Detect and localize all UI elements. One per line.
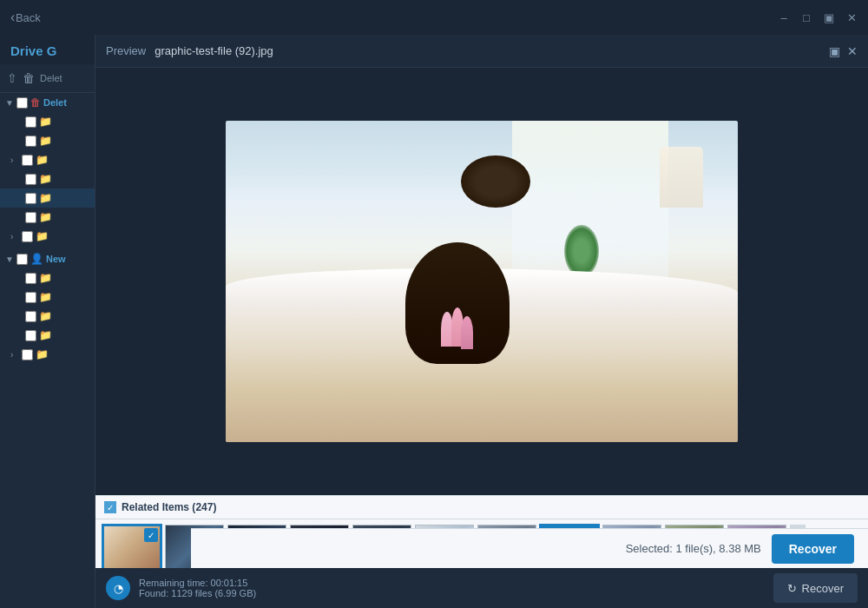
main-layout: Drive G ⇧ 🗑 Delet ▼ 🗑 Delet 📁 📁 › — [0, 35, 868, 608]
preview-modal: Preview graphic-test-file (92).jpg ▣ ✕ — [95, 35, 868, 495]
tree-item-folder9[interactable]: 📁 — [0, 287, 95, 307]
drive-label: Drive G — [10, 43, 56, 58]
preview-image — [226, 121, 738, 442]
breadcrumb: Delet — [40, 73, 62, 83]
folder-icon: 📁 — [36, 230, 49, 242]
tree-item-folder3[interactable]: › 📁 — [0, 150, 95, 169]
sidebar-toolbar: ⇧ 🗑 Delet — [0, 64, 95, 93]
tree-checkbox-4[interactable] — [25, 174, 36, 185]
tree-item-folder1[interactable]: 📁 — [0, 112, 95, 131]
tree-checkbox-3[interactable] — [22, 155, 33, 166]
selection-bar: Selected: 1 file(s), 8.38 MB Recover — [191, 528, 868, 568]
tree-checkbox-7[interactable] — [22, 231, 33, 242]
preview-header-buttons: ▣ ✕ — [829, 44, 858, 58]
tree-checkbox-9[interactable] — [25, 292, 36, 303]
found-files: Found: 1129 files (6.99 GB) — [139, 588, 256, 598]
tree-checkbox-10[interactable] — [25, 311, 36, 322]
preview-image-area — [95, 68, 868, 495]
tree-checkbox-5[interactable] — [25, 193, 36, 204]
tree-checkbox-8[interactable] — [25, 273, 36, 284]
tree-item-folder7[interactable]: › 📁 — [0, 227, 95, 246]
content-area: ☰ ■ 🔍 Preview graphic-test-file (92).jpg… — [95, 35, 868, 608]
remaining-time: Remaining time: 00:01:15 — [139, 578, 256, 588]
title-bar-left: ‹ Back — [10, 10, 34, 25]
tree-item-folder12[interactable]: › 📁 — [0, 345, 95, 364]
back-arrow-icon: ‹ — [10, 10, 15, 25]
folder-icon: 📁 — [39, 173, 52, 185]
tree-checkbox-1[interactable] — [25, 116, 36, 128]
tree-checkbox-6[interactable] — [25, 212, 36, 223]
thumb-check-icon: ✓ — [144, 528, 158, 542]
folder-icon: 📁 — [39, 272, 52, 284]
back-button[interactable]: Back — [22, 11, 34, 23]
folder-icon: 📁 — [39, 291, 52, 303]
selection-text: Selected: 1 file(s), 8.38 MB — [626, 542, 761, 555]
folder-icon: 📁 — [39, 116, 52, 128]
close-button[interactable]: ✕ — [845, 11, 858, 23]
tree-item-folder4[interactable]: 📁 — [0, 169, 95, 188]
tree-item-deleted[interactable]: ▼ 🗑 Delet — [0, 93, 95, 112]
restore-button[interactable]: ▣ — [823, 11, 835, 23]
expand-arrow-icon: ▼ — [5, 98, 14, 108]
expand-arrow-icon: › — [10, 350, 19, 360]
bottom-bar-left: ◔ Remaining time: 00:01:15 Found: 1129 f… — [106, 576, 256, 600]
recover-main-button[interactable]: Recover — [772, 534, 854, 564]
preview-label: Preview — [106, 44, 146, 57]
thumbnail-1[interactable]: ✓ — [102, 525, 161, 570]
sidebar: Drive G ⇧ 🗑 Delet ▼ 🗑 Delet 📁 📁 › — [0, 35, 95, 608]
expand-arrow-icon: › — [10, 155, 19, 165]
tree-label-new: New — [46, 254, 66, 264]
tree-item-folder2[interactable]: 📁 — [0, 131, 95, 150]
checkbox-check-icon: ✓ — [107, 503, 114, 512]
folder-icon: 📁 — [39, 135, 52, 147]
preview-header: Preview graphic-test-file (92).jpg ▣ ✕ — [95, 35, 868, 68]
folder-icon: 📁 — [39, 329, 52, 341]
recover-bottom-label: Recover — [802, 582, 844, 595]
title-bar-controls: – □ ▣ ✕ — [778, 11, 858, 23]
tree-item-folder11[interactable]: 📁 — [0, 326, 95, 345]
tree-checkbox-new[interactable] — [16, 254, 28, 265]
maximize-button[interactable]: □ — [800, 11, 812, 23]
delete-button[interactable]: 🗑 — [23, 71, 35, 85]
tree-checkbox-12[interactable] — [22, 349, 33, 360]
radar-icon: ◔ — [114, 582, 123, 595]
status-texts: Remaining time: 00:01:15 Found: 1129 fil… — [139, 578, 256, 598]
preview-resize-button[interactable]: ▣ — [829, 44, 840, 58]
recover-icon: ↻ — [787, 582, 797, 595]
preview-filename: graphic-test-file (92).jpg — [155, 44, 273, 57]
tree-label-deleted: Delet — [43, 97, 67, 108]
recover-bottom-button[interactable]: ↻ Recover — [773, 573, 858, 603]
upload-button[interactable]: ⇧ — [7, 71, 17, 85]
expand-arrow-icon: ▼ — [5, 254, 14, 264]
tree-checkbox-deleted[interactable] — [16, 97, 28, 109]
preview-close-button[interactable]: ✕ — [847, 44, 858, 58]
related-items-checkbox[interactable]: ✓ — [104, 501, 116, 513]
related-bar-header: ✓ Related Items (247) — [95, 496, 868, 519]
user-icon: 👤 — [30, 253, 43, 265]
tree-item-folder5[interactable]: 📁 — [0, 188, 95, 208]
tree-item-new-section[interactable]: ▼ 👤 New — [0, 249, 95, 268]
preview-header-left: Preview graphic-test-file (92).jpg — [106, 44, 273, 57]
trash-icon: 🗑 — [30, 96, 41, 109]
folder-icon: 📁 — [36, 154, 49, 166]
tree-checkbox-2[interactable] — [25, 135, 36, 147]
folder-icon: 📁 — [39, 310, 52, 322]
related-items-title: Related Items (247) — [122, 501, 216, 513]
tree-item-folder8[interactable]: 📁 — [0, 268, 95, 287]
folder-icon: 📁 — [36, 348, 49, 360]
tree-checkbox-11[interactable] — [25, 330, 36, 341]
scan-icon: ◔ — [106, 576, 130, 600]
tree-item-folder6[interactable]: 📁 — [0, 208, 95, 227]
folder-icon: 📁 — [39, 211, 52, 223]
sidebar-header: Drive G — [0, 35, 95, 64]
expand-arrow-icon: › — [10, 232, 19, 241]
bottom-bar: ◔ Remaining time: 00:01:15 Found: 1129 f… — [95, 568, 868, 608]
title-bar: ‹ Back – □ ▣ ✕ — [0, 0, 868, 35]
folder-icon: 📁 — [39, 192, 52, 204]
tree-item-folder10[interactable]: 📁 — [0, 307, 95, 326]
minimize-button[interactable]: – — [778, 11, 790, 23]
